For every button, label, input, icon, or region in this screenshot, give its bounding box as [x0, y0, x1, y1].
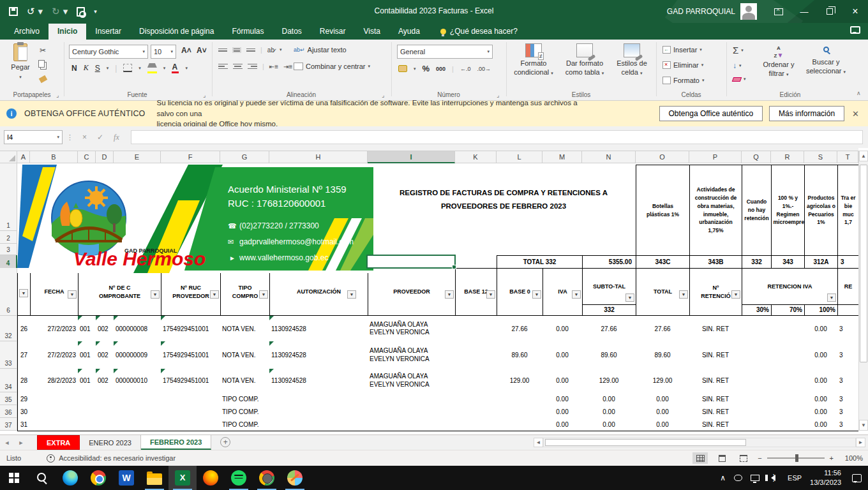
borders-dropdown-icon[interactable]: ▾: [138, 66, 141, 71]
filter-dropdown-icon[interactable]: ▼: [151, 290, 160, 299]
cell-c3-row32[interactable]: 000000008: [114, 316, 161, 342]
cell-iva-row37[interactable]: 0.00: [542, 418, 583, 431]
cell-tipo-row33[interactable]: NOTA VEN.: [220, 341, 270, 369]
currency-format-icon[interactable]: [398, 65, 407, 72]
comments-icon[interactable]: [850, 26, 860, 34]
cell-aut-row32[interactable]: 1130924528: [269, 316, 368, 342]
font-size-select[interactable]: 10▾: [151, 45, 176, 59]
row-header-4[interactable]: 4: [0, 255, 17, 269]
cell-total-row36[interactable]: 0.00: [636, 405, 690, 419]
header-ruc-proveedor[interactable]: Nº RUC PROVEEDOR▼: [161, 268, 221, 316]
cell-tipo-row32[interactable]: NOTA VEN.: [220, 316, 270, 342]
cell-p30-row34[interactable]: [742, 369, 772, 393]
header-sin-retencion[interactable]: Cuando no hay retención: [742, 165, 772, 256]
cell-base0-row34[interactable]: 129.00: [497, 369, 543, 393]
format-cells-button[interactable]: Formato▾: [662, 77, 704, 84]
italic-button[interactable]: K: [84, 63, 89, 73]
row4-code-cell[interactable]: 3: [837, 255, 858, 269]
header-re-cut-sub[interactable]: [837, 304, 858, 316]
column-header-K[interactable]: K: [455, 151, 497, 163]
cell-a-row34[interactable]: 28: [17, 369, 31, 393]
header-subtotal[interactable]: SUBTO-TAL▼: [582, 268, 636, 305]
cell-t-row33[interactable]: 3: [837, 341, 858, 369]
name-box[interactable]: I4▾: [4, 130, 63, 144]
header-cut-t[interactable]: Tra er bie muc 1,7: [837, 165, 858, 256]
cell-c1-row35[interactable]: [78, 392, 96, 406]
warning-close-icon[interactable]: ✕: [852, 109, 859, 119]
column-header-R[interactable]: R: [771, 151, 804, 163]
column-header-D[interactable]: D: [96, 151, 114, 163]
borders-icon[interactable]: [123, 64, 132, 72]
cell-tipo-row35[interactable]: TIPO COMP.: [220, 392, 270, 406]
minimize-button[interactable]: —: [791, 0, 817, 23]
format-painter-icon[interactable]: [39, 75, 48, 83]
cell-c3-row35[interactable]: [114, 392, 161, 406]
header-p30[interactable]: 30%: [742, 304, 772, 316]
filter-dropdown-icon[interactable]: ▼: [19, 289, 28, 297]
firefox-icon[interactable]: [197, 466, 225, 490]
cell-iva-row36[interactable]: 0.00: [542, 405, 583, 419]
zoom-slider-thumb[interactable]: [795, 454, 798, 462]
cell-t-row36[interactable]: 3: [837, 405, 858, 419]
column-header-C[interactable]: C: [78, 151, 96, 163]
cell-p70-row37[interactable]: [771, 418, 805, 431]
ribbon-tab-f-rmulas[interactable]: Fórmulas: [223, 24, 273, 40]
cell-p30-row36[interactable]: [742, 405, 772, 419]
align-bottom-icon[interactable]: [246, 48, 255, 52]
header-retencion-iva[interactable]: RETENCION IVA▼: [742, 268, 838, 305]
underline-button[interactable]: S: [95, 64, 100, 73]
get-genuine-office-button[interactable]: Obtenga Office auténtico: [659, 106, 763, 121]
increase-indent-icon[interactable]: ⇥≡: [283, 63, 292, 70]
ribbon-tab-inicio[interactable]: Inicio: [49, 24, 86, 40]
header-tipo-comprobante[interactable]: TIPO COMPRO▼: [220, 268, 270, 316]
ribbon-display-options-button[interactable]: [766, 0, 791, 23]
zoom-in-icon[interactable]: +: [830, 454, 834, 462]
horizontal-scroll-thumb[interactable]: [545, 439, 746, 446]
cell-base12-row32[interactable]: [455, 316, 497, 342]
row4-code-cell[interactable]: 332: [742, 255, 772, 269]
cell-tipo-row34[interactable]: NOTA VEN.: [220, 369, 270, 393]
cell-p70-row34[interactable]: [771, 369, 805, 393]
cell-aut-row36[interactable]: [269, 405, 368, 419]
header-proveedor[interactable]: PROVEEDOR▼: [368, 268, 456, 316]
header-re-cut[interactable]: RE: [837, 268, 858, 305]
cell-subt-row32[interactable]: 27.66: [582, 316, 636, 342]
formula-bar-splitter[interactable]: ⋮: [66, 133, 73, 142]
column-header-O[interactable]: O: [636, 151, 689, 163]
cell-ret-row37[interactable]: SIN. RET: [689, 418, 742, 431]
cell-c1-row36[interactable]: [78, 405, 96, 419]
cell-p30-row37[interactable]: [742, 418, 772, 431]
cell-prov-row37[interactable]: [368, 418, 456, 431]
zoom-out-icon[interactable]: −: [758, 454, 761, 462]
column-header-G[interactable]: G: [220, 151, 269, 163]
account-name[interactable]: GAD PARROQUIAL: [667, 7, 735, 16]
column-header-F[interactable]: F: [161, 151, 220, 163]
action-center-icon[interactable]: [852, 474, 862, 482]
cell-ret-row33[interactable]: SIN. RET: [689, 341, 742, 369]
font-color-icon[interactable]: A: [172, 63, 179, 73]
row-header-37[interactable]: 37: [0, 418, 17, 431]
cell-p100-row32[interactable]: 0.00: [804, 316, 838, 342]
cell-c1-row34[interactable]: 001: [78, 369, 96, 393]
cell-subt-row34[interactable]: 129.00: [582, 369, 636, 393]
cell-a-row36[interactable]: 30: [17, 405, 31, 419]
cell-ruc-row37[interactable]: [161, 418, 221, 431]
cell-base0-row37[interactable]: [497, 418, 543, 431]
decrease-indent-icon[interactable]: ⇤≡: [269, 63, 278, 70]
font-color-dropdown-icon[interactable]: ▾: [185, 66, 188, 71]
cell-tipo-row36[interactable]: TIPO COMP.: [220, 405, 270, 419]
header-iva[interactable]: IVA▼: [542, 268, 583, 316]
cell-c3-row33[interactable]: 000000009: [114, 341, 161, 369]
header-p100[interactable]: 100%: [804, 304, 838, 316]
cell-base0-row36[interactable]: [497, 405, 543, 419]
new-sheet-button[interactable]: +: [220, 437, 230, 447]
selected-cell-I4[interactable]: [366, 255, 456, 269]
zoom-level[interactable]: 100%: [840, 454, 863, 462]
filter-dropdown-icon[interactable]: ▼: [210, 290, 219, 299]
sheet-nav-right-icon[interactable]: ►: [14, 435, 28, 450]
paint-icon[interactable]: [281, 466, 309, 490]
cell-c2-row32[interactable]: 002: [96, 316, 114, 342]
cell-c2-row36[interactable]: [96, 405, 114, 419]
align-right-icon[interactable]: [248, 64, 257, 70]
cell-base12-row36[interactable]: [455, 405, 497, 419]
